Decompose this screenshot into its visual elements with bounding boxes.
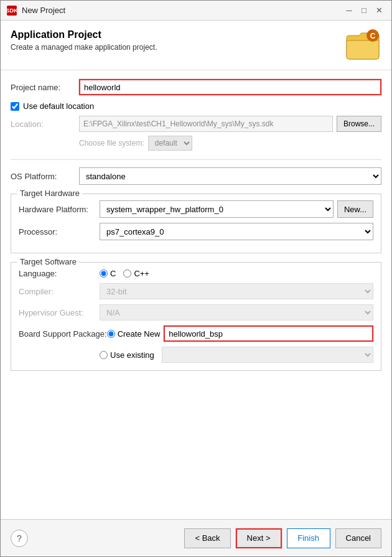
next-button[interactable]: Next > <box>236 528 282 548</box>
language-c-label: C <box>110 269 116 278</box>
new-project-dialog: SDK New Project ─ □ ✕ Application Projec… <box>0 0 392 557</box>
hardware-platform-select[interactable]: system_wrapper_hw_platform_0 <box>100 200 334 218</box>
use-default-location-checkbox[interactable] <box>11 102 19 111</box>
bsp-row: Board Support Package: Create New <box>19 325 373 342</box>
close-button[interactable]: ✕ <box>373 4 385 17</box>
compiler-select[interactable]: 32-bit <box>100 283 373 299</box>
hypervisor-label: Hypervisor Guest: <box>19 308 100 317</box>
hypervisor-row: Hypervisor Guest: N/A <box>19 304 373 321</box>
dialog-header: Application Project Create a managed mak… <box>1 21 391 70</box>
language-cpp-option[interactable]: C++ <box>123 269 149 278</box>
os-platform-label: OS Platform: <box>11 172 79 181</box>
target-hardware-title: Target Hardware <box>17 189 82 198</box>
language-cpp-radio[interactable] <box>123 269 131 278</box>
location-input[interactable] <box>79 116 333 132</box>
project-name-input[interactable] <box>79 79 381 95</box>
compiler-row: Compiler: 32-bit <box>19 283 373 299</box>
hardware-platform-label: Hardware Platform: <box>19 205 100 214</box>
title-bar: SDK New Project ─ □ ✕ <box>1 1 391 21</box>
project-name-row: Project name: <box>11 79 381 95</box>
dialog-footer: ? < Back Next > Finish Cancel <box>1 519 391 556</box>
create-new-bsp-option[interactable]: Create New <box>107 329 161 339</box>
hypervisor-select[interactable]: N/A <box>100 304 373 321</box>
svg-text:C: C <box>370 32 376 40</box>
dialog-title: New Project <box>22 6 338 15</box>
compiler-label: Compiler: <box>19 287 100 296</box>
language-c-radio[interactable] <box>100 269 108 278</box>
hardware-platform-row: Hardware Platform: system_wrapper_hw_pla… <box>19 200 373 218</box>
divider-1 <box>11 159 381 160</box>
page-title: Application Project <box>11 29 157 40</box>
target-hardware-group: Target Hardware Hardware Platform: syste… <box>11 194 381 253</box>
maximize-button[interactable]: □ <box>358 4 370 17</box>
language-label: Language: <box>19 269 100 278</box>
location-row: Location: Browse... <box>11 116 381 132</box>
page-subtitle: Create a managed make application projec… <box>11 43 157 52</box>
create-new-bsp-radio[interactable] <box>107 330 115 338</box>
create-new-bsp-label: Create New <box>118 329 161 339</box>
use-existing-row: Use existing <box>19 347 373 363</box>
filesystem-row: Choose file system: default <box>11 136 381 151</box>
language-row: Language: C C++ <box>19 269 373 278</box>
use-existing-bsp-option[interactable]: Use existing <box>100 350 154 360</box>
os-platform-select[interactable]: standalone <box>79 167 381 185</box>
processor-label: Processor: <box>19 227 100 236</box>
target-software-group: Target Software Language: C C++ Com <box>11 262 381 371</box>
use-default-location-label: Use default location <box>23 101 94 111</box>
back-button[interactable]: < Back <box>184 528 230 548</box>
filesystem-label: Choose file system: <box>79 139 144 147</box>
finish-button[interactable]: Finish <box>287 528 330 548</box>
cancel-button[interactable]: Cancel <box>335 528 381 548</box>
help-button[interactable]: ? <box>11 530 28 547</box>
browse-button[interactable]: Browse... <box>337 116 381 132</box>
minimize-button[interactable]: ─ <box>343 4 355 17</box>
new-hardware-button[interactable]: New... <box>337 200 373 218</box>
bsp-label: Board Support Package: <box>19 329 107 339</box>
use-default-location-row: Use default location <box>11 101 381 111</box>
language-c-option[interactable]: C <box>100 269 116 278</box>
use-existing-bsp-label: Use existing <box>110 350 154 360</box>
form-content: Project name: Use default location Locat… <box>1 70 391 519</box>
filesystem-select[interactable]: default <box>148 136 192 151</box>
folder-icon: C <box>344 29 380 62</box>
app-icon: SDK <box>7 6 17 16</box>
processor-row: Processor: ps7_cortexa9_0 <box>19 223 373 240</box>
window-controls: ─ □ ✕ <box>343 4 385 17</box>
bsp-name-input[interactable] <box>164 325 373 342</box>
os-platform-row: OS Platform: standalone <box>11 167 381 185</box>
use-existing-bsp-radio[interactable] <box>100 351 108 359</box>
location-label: Location: <box>11 119 79 129</box>
footer-buttons: < Back Next > Finish Cancel <box>184 528 381 548</box>
processor-select[interactable]: ps7_cortexa9_0 <box>100 223 373 240</box>
language-cpp-label: C++ <box>134 269 149 278</box>
target-software-title: Target Software <box>17 257 79 266</box>
project-name-label: Project name: <box>11 83 79 92</box>
header-icon: C <box>344 29 381 63</box>
use-existing-bsp-select[interactable] <box>162 347 373 363</box>
